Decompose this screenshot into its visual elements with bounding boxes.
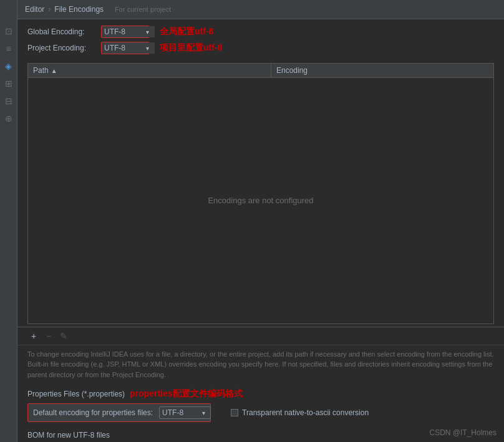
properties-encoding-label: Default encoding for properties files: [33, 408, 153, 417]
project-encoding-row: Project Encoding: UTF-8 UTF-16 ISO-8859-… [27, 42, 494, 54]
breadcrumb-editor[interactable]: Editor [25, 5, 44, 14]
bom-section: BOM for new UTF-8 files CSDN @IT_Holmes [17, 427, 504, 442]
project-encoding-label: Project Encoding: [27, 44, 96, 52]
global-encoding-annotation: 全局配置utf-8 [160, 26, 213, 37]
project-encoding-annotation: 项目里配置utf-8 [160, 42, 222, 54]
transparent-checkbox[interactable] [231, 409, 238, 416]
remove-encoding-button[interactable]: − [42, 330, 55, 342]
watermark: CSDN @IT_Holmes [429, 428, 497, 437]
breadcrumb-note: For current project [115, 6, 171, 13]
table-header-encoding-label: Encoding [276, 66, 308, 75]
properties-title-row: Properties Files (*.properties) properti… [27, 388, 494, 400]
table-toolbar: + − ✎ [17, 327, 504, 345]
properties-encoding-select[interactable]: UTF-8 UTF-16 ISO-8859-1 [159, 406, 211, 419]
bom-label: BOM for new UTF-8 files [27, 431, 110, 440]
sidebar-icon-2[interactable]: ≡ [2, 42, 15, 55]
properties-section: Properties Files (*.properties) properti… [17, 383, 504, 427]
sidebar-icon-1[interactable]: ⊡ [2, 25, 15, 37]
global-encoding-select-wrapper: UTF-8 UTF-16 ISO-8859-1 GBK ▾ [101, 26, 150, 38]
project-encoding-select[interactable]: UTF-8 UTF-16 ISO-8859-1 GBK [102, 42, 155, 54]
sidebar-icon-5[interactable]: ⊟ [2, 95, 15, 107]
description-text: To change encoding IntelliJ IDEA uses fo… [17, 345, 504, 384]
table-body: Encodings are not configured [28, 78, 493, 324]
table-header: Path ▲ Encoding [28, 64, 493, 78]
sidebar-icon-3[interactable]: ◈ [2, 60, 15, 72]
global-encoding-row: Global Encoding: UTF-8 UTF-16 ISO-8859-1… [27, 26, 494, 38]
sidebar: ⊡ ≡ ◈ ⊞ ⊟ ⊕ [0, 0, 17, 442]
breadcrumb-file-encodings: File Encodings [54, 5, 104, 14]
add-encoding-button[interactable]: + [27, 330, 40, 342]
sort-arrow-icon: ▲ [51, 67, 57, 74]
sidebar-icon-6[interactable]: ⊕ [2, 112, 15, 125]
project-encoding-select-wrapper: UTF-8 UTF-16 ISO-8859-1 GBK ▾ [101, 42, 150, 54]
transparent-checkbox-row: Transparent native-to-ascii conversion [231, 408, 369, 417]
settings-area: Global Encoding: UTF-8 UTF-16 ISO-8859-1… [17, 19, 504, 60]
breadcrumb: Editor › File Encodings For current proj… [17, 0, 504, 19]
table-header-path-label: Path [33, 66, 49, 75]
table-header-encoding[interactable]: Encoding [271, 64, 493, 77]
properties-encoding-select-wrapper: UTF-8 UTF-16 ISO-8859-1 ▾ [159, 406, 205, 419]
properties-annotation: properties配置文件编码格式 [130, 388, 242, 400]
breadcrumb-separator: › [48, 5, 51, 14]
edit-encoding-button[interactable]: ✎ [57, 330, 70, 342]
global-encoding-label: Global Encoding: [27, 27, 96, 36]
main-panel: Editor › File Encodings For current proj… [17, 0, 504, 442]
properties-encoding-row: Default encoding for properties files: U… [27, 403, 211, 422]
file-encodings-table: Path ▲ Encoding Encodings are not config… [27, 63, 494, 324]
table-header-path[interactable]: Path ▲ [28, 64, 271, 77]
table-empty-message: Encodings are not configured [208, 196, 313, 205]
sidebar-icon-4[interactable]: ⊞ [2, 77, 15, 90]
transparent-label: Transparent native-to-ascii conversion [242, 408, 369, 417]
properties-title-label: Properties Files (*.properties) [27, 390, 125, 398]
global-encoding-select[interactable]: UTF-8 UTF-16 ISO-8859-1 GBK [102, 26, 155, 37]
